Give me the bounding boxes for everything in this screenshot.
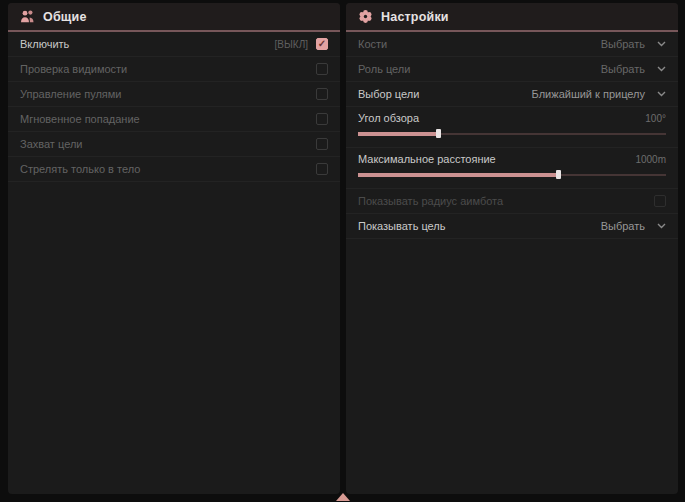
general-panel-header: Общие bbox=[8, 3, 340, 32]
target-role-dropdown[interactable]: Выбрать bbox=[601, 63, 666, 75]
fov-value: 100° bbox=[645, 113, 666, 124]
chevron-down-icon bbox=[657, 66, 666, 72]
gear-icon bbox=[358, 9, 373, 24]
row-bones: Кости Выбрать bbox=[346, 32, 678, 57]
bones-label: Кости bbox=[358, 38, 387, 50]
general-panel: Общие Включить [ВЫКЛ] ✓ Проверка видимос… bbox=[8, 3, 340, 494]
chevron-down-icon bbox=[657, 41, 666, 47]
row-target-role: Роль цели Выбрать bbox=[346, 57, 678, 82]
settings-panel-header: Настройки bbox=[346, 3, 678, 32]
target-role-label: Роль цели bbox=[358, 63, 410, 75]
body-only-label: Стрелять только в тело bbox=[20, 163, 140, 175]
show-target-dropdown-value: Выбрать bbox=[601, 220, 645, 232]
show-target-label: Показывать цель bbox=[358, 220, 446, 232]
instant-hit-checkbox[interactable]: ✓ bbox=[316, 113, 328, 125]
row-bullet-control: Управление пулями ✓ bbox=[8, 82, 340, 107]
instant-hit-label: Мгновенное попадание bbox=[20, 113, 140, 125]
bullet-control-label: Управление пулями bbox=[20, 88, 122, 100]
row-fov: Угол обзора 100° bbox=[346, 107, 678, 148]
fov-slider-fill bbox=[358, 132, 438, 136]
enable-mode-tag: [ВЫКЛ] bbox=[275, 39, 308, 50]
max-distance-value: 1000m bbox=[635, 154, 666, 165]
target-select-dropdown-value: Ближайший к прицелу bbox=[532, 88, 645, 100]
target-lock-checkbox[interactable]: ✓ bbox=[316, 138, 328, 150]
general-rows: Включить [ВЫКЛ] ✓ Проверка видимости ✓ У… bbox=[8, 32, 340, 182]
enable-checkbox[interactable]: ✓ bbox=[316, 38, 328, 50]
bullet-control-checkbox[interactable]: ✓ bbox=[316, 88, 328, 100]
row-show-target: Показывать цель Выбрать bbox=[346, 214, 678, 239]
row-show-aimbot-radius: Показывать радиус аимбота ✓ bbox=[346, 189, 678, 214]
row-enable: Включить [ВЫКЛ] ✓ bbox=[8, 32, 340, 57]
scroll-up-indicator[interactable] bbox=[336, 493, 350, 501]
max-distance-slider-handle[interactable] bbox=[556, 170, 561, 179]
show-aimbot-radius-checkbox[interactable]: ✓ bbox=[654, 195, 666, 207]
row-max-distance: Максимальное расстояние 1000m bbox=[346, 148, 678, 189]
chevron-down-icon bbox=[657, 91, 666, 97]
visibility-check-checkbox[interactable]: ✓ bbox=[316, 63, 328, 75]
target-lock-label: Захват цели bbox=[20, 138, 82, 150]
show-target-dropdown[interactable]: Выбрать bbox=[601, 220, 666, 232]
target-select-dropdown[interactable]: Ближайший к прицелу bbox=[532, 88, 666, 100]
row-target-select: Выбор цели Ближайший к прицелу bbox=[346, 82, 678, 107]
chevron-down-icon bbox=[657, 223, 666, 229]
fov-label: Угол обзора bbox=[358, 112, 419, 124]
row-body-only: Стрелять только в тело ✓ bbox=[8, 157, 340, 182]
target-select-label: Выбор цели bbox=[358, 88, 419, 100]
row-target-lock: Захват цели ✓ bbox=[8, 132, 340, 157]
row-instant-hit: Мгновенное попадание ✓ bbox=[8, 107, 340, 132]
max-distance-label: Максимальное расстояние bbox=[358, 153, 496, 165]
visibility-check-label: Проверка видимости bbox=[20, 63, 127, 75]
fov-slider[interactable] bbox=[358, 129, 666, 138]
max-distance-slider[interactable] bbox=[358, 170, 666, 179]
settings-panel-title: Настройки bbox=[381, 10, 449, 24]
bones-dropdown-value: Выбрать bbox=[601, 38, 645, 50]
body-only-checkbox[interactable]: ✓ bbox=[316, 163, 328, 175]
fov-slider-handle[interactable] bbox=[436, 129, 441, 138]
max-distance-slider-fill bbox=[358, 173, 558, 177]
general-panel-title: Общие bbox=[43, 10, 87, 24]
target-role-dropdown-value: Выбрать bbox=[601, 63, 645, 75]
settings-panel: Настройки Кости Выбрать Роль цели Выбрат… bbox=[346, 3, 678, 494]
settings-rows: Кости Выбрать Роль цели Выбрать Выбор це… bbox=[346, 32, 678, 239]
enable-label: Включить bbox=[20, 38, 69, 50]
users-icon bbox=[20, 9, 35, 24]
row-visibility-check: Проверка видимости ✓ bbox=[8, 57, 340, 82]
show-aimbot-radius-label: Показывать радиус аимбота bbox=[358, 195, 503, 207]
bones-dropdown[interactable]: Выбрать bbox=[601, 38, 666, 50]
